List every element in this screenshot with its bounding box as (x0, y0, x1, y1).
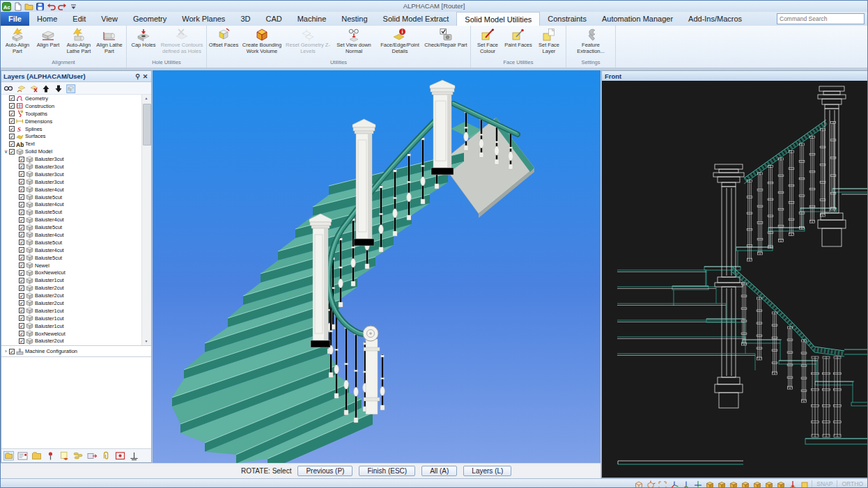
work-plane-icon[interactable] (800, 480, 809, 488)
layer-visibility-checkbox[interactable]: ✓ (19, 164, 24, 169)
layer-visibility-checkbox[interactable]: ✓ (19, 255, 24, 260)
layer-visibility-checkbox[interactable]: ✓ (9, 118, 15, 124)
tree-scrollbar[interactable]: ▲ ▼ (141, 95, 151, 345)
layer-tree-item[interactable]: ✓Surfaces (1, 132, 142, 140)
layer-tree-item[interactable]: ∨✓Solid Model (1, 148, 142, 155)
machine-checkbox[interactable]: ✓ (9, 349, 15, 354)
layer-visibility-checkbox[interactable]: ✓ (19, 270, 24, 276)
layer-tree-item[interactable]: ✓Baluste5cut (1, 254, 142, 262)
layer-tree-item[interactable]: ✓Baluster4cut (1, 200, 142, 208)
layer-tree-item[interactable]: ✓Baluster1cut (1, 307, 142, 315)
delete-layer-icon[interactable] (29, 84, 38, 93)
cube-top-icon[interactable] (705, 480, 715, 488)
layer-visibility-checkbox[interactable]: ✓ (19, 179, 24, 184)
axis-gb-icon[interactable] (693, 480, 703, 488)
tab-machine[interactable]: Machine (290, 12, 334, 26)
layer-tree-item[interactable]: ✓Baluste5cut (1, 223, 142, 231)
scroll-thumb[interactable] (143, 104, 151, 145)
ortho-toggle[interactable]: ORTHO (839, 480, 865, 487)
move-down-icon[interactable] (54, 84, 63, 93)
datum-icon[interactable] (129, 451, 139, 461)
layer-visibility-checkbox[interactable]: ✓ (19, 262, 24, 268)
cube-iso-icon[interactable] (776, 480, 786, 488)
record-box-icon[interactable] (115, 451, 125, 461)
front-view-header[interactable]: Front (602, 71, 868, 81)
layer-visibility-checkbox[interactable]: ✓ (19, 308, 24, 313)
corner-box-icon[interactable] (658, 480, 667, 488)
layer-visibility-checkbox[interactable]: ✓ (19, 285, 24, 291)
layer-visibility-checkbox[interactable]: ✓ (19, 225, 24, 230)
paint-faces-button[interactable]: Paint Faces (503, 26, 534, 49)
layer-tree-item[interactable]: ✓Baluster2cut (1, 299, 142, 307)
layer-visibility-checkbox[interactable]: ✓ (19, 300, 24, 306)
tab-3d[interactable]: 3D (233, 12, 258, 26)
layer-visibility-checkbox[interactable]: ✓ (19, 278, 24, 283)
pin-icon[interactable] (45, 451, 56, 461)
layer-visibility-checkbox[interactable]: ✓ (19, 323, 24, 329)
tab-add-ins-macros[interactable]: Add-Ins/Macros (681, 12, 750, 26)
layer-tree-item[interactable]: ✓Baluster3cut (1, 171, 142, 178)
check-repair-part-button[interactable]: Check/Repair Part (423, 26, 469, 49)
paperclip-icon[interactable] (101, 451, 111, 461)
browser-folders-icon[interactable] (3, 451, 14, 461)
wire-cube-icon[interactable] (634, 480, 644, 488)
layer-visibility-checkbox[interactable]: ✓ (19, 157, 24, 162)
layer-tree-item[interactable]: ✓Baluster3cut (1, 163, 142, 171)
collapse-icon[interactable]: ∨ (3, 149, 9, 155)
tab-cad[interactable]: CAD (258, 12, 289, 26)
layer-visibility-checkbox[interactable]: ✓ (19, 171, 24, 177)
materials-icon[interactable] (73, 451, 84, 461)
layer-details-icon[interactable] (17, 451, 28, 461)
layer-visibility-checkbox[interactable]: ✓ (9, 95, 15, 101)
layer-visibility-checkbox[interactable]: ✓ (19, 331, 24, 336)
cube-back-icon[interactable] (752, 480, 762, 488)
tab-edit[interactable]: Edit (65, 12, 93, 26)
feature-extraction-button[interactable]: Feature Extraction... (568, 26, 614, 54)
set-face-colour-button[interactable]: Set Face Colour (472, 26, 503, 54)
layer-tree-item[interactable]: ✓Geometry (1, 95, 142, 102)
layer-visibility-checkbox[interactable]: ✓ (19, 202, 24, 207)
axes-rgb-icon[interactable] (681, 480, 691, 488)
snap-toggle[interactable]: SNAP (814, 480, 835, 487)
machine-configuration-item[interactable]: › ✓ Machine Configuration (1, 345, 151, 357)
layer-tree-item[interactable]: ✓Construction (1, 102, 142, 110)
layer-visibility-checkbox[interactable]: ✓ (19, 194, 24, 200)
command-button-layers-l-[interactable]: Layers (L) (463, 466, 511, 476)
layer-tree-item[interactable]: ✓Dimensions (1, 118, 142, 125)
tab-solid-model-extract[interactable]: Solid Model Extract (375, 12, 457, 26)
layer-tree-item[interactable]: ✓Baluster4cut (1, 246, 142, 254)
layer-tree-item[interactable]: ✓BoxNewelcut (1, 269, 142, 276)
layer-visibility-checkbox[interactable]: ✓ (19, 293, 24, 299)
layer-visibility-checkbox[interactable]: ✓ (19, 247, 24, 253)
layer-tree-item[interactable]: ✓Baluste5cut (1, 239, 142, 246)
layer-tree-item[interactable]: ✓AbText (1, 140, 142, 148)
offset-faces-button[interactable]: Offset Faces (208, 26, 239, 49)
axes-rg-icon[interactable] (669, 480, 679, 488)
command-button-previous-p-[interactable]: Previous (P) (297, 466, 352, 476)
layer-visibility-checkbox[interactable]: ✓ (9, 126, 15, 132)
tab-file[interactable]: File (1, 12, 29, 26)
cube-axes-icon[interactable] (646, 480, 656, 488)
close-icon[interactable]: ✕ (141, 73, 149, 80)
layer-tree-item[interactable]: ✓Baluster4cut (1, 186, 142, 194)
set-view-down-normal-button[interactable]: Set View down Normal (331, 26, 377, 54)
cube-front-icon[interactable] (717, 480, 727, 488)
set-active-layer-icon[interactable] (66, 84, 76, 93)
find-layer-icon[interactable] (3, 84, 13, 93)
auto-align-lathe-part-button[interactable]: Auto-Align Lathe Part (63, 26, 94, 54)
layer-tree-item[interactable]: ✓Baluster2cut (1, 292, 142, 299)
layer-visibility-checkbox[interactable]: ✓ (19, 315, 24, 321)
layer-tree-item[interactable]: ✓BoxNewelcut (1, 330, 142, 338)
layer-tree-item[interactable]: ✓Baluster1cut (1, 276, 142, 284)
command-search-input[interactable] (777, 13, 865, 24)
export-layer-icon[interactable] (87, 451, 98, 461)
expand-icon[interactable]: › (3, 349, 9, 354)
layer-visibility-checkbox[interactable]: ✓ (19, 338, 24, 344)
layer-tree-item[interactable]: ✓Baluster3cut (1, 155, 142, 163)
command-button-all-a-[interactable]: All (A) (421, 466, 457, 476)
set-face-layer-button[interactable]: Set Face Layer (534, 26, 564, 54)
layer-visibility-checkbox[interactable]: ✓ (19, 217, 24, 223)
align-part-button[interactable]: Align Part (33, 26, 63, 49)
cap-holes-button[interactable]: Cap Holes (128, 26, 159, 49)
tab-nesting[interactable]: Nesting (334, 12, 375, 26)
